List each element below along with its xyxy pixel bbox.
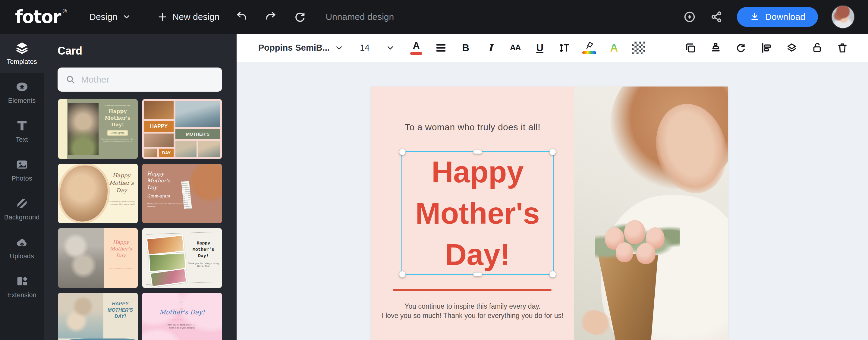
share-button[interactable]: [710, 10, 724, 24]
template-thumbnail-pink[interactable]: DEAR MS. AMANDA SMITH, HAPPY Mother's Da…: [142, 293, 222, 340]
title-line: Happy: [402, 151, 553, 193]
text-toolbar: Poppins SemiB... 14 A B I AA U: [237, 34, 868, 62]
text-t-icon: [15, 119, 29, 133]
template-thumbnail-paper[interactable]: Happy Mother's Day! Thank you for always…: [142, 228, 222, 288]
body-line: I love you so much! Thank you for everyt…: [371, 311, 574, 320]
thumb-badge: Gram-gram: [107, 130, 128, 136]
line-spacing-button[interactable]: [558, 41, 571, 54]
thumb-photo: [68, 103, 98, 155]
thumb-word: MOTHER'S: [176, 129, 220, 139]
share-icon: [710, 10, 724, 24]
sidebar-item-templates[interactable]: Templates: [0, 34, 44, 73]
search-input[interactable]: [81, 74, 214, 85]
sidebar: Templates Elements Text Photos Backgroun…: [0, 34, 44, 340]
preview-eye-icon: [683, 10, 696, 24]
resize-handle-bottom-middle[interactable]: [473, 273, 482, 276]
resize-handle-bottom-left[interactable]: [399, 271, 406, 278]
sidebar-item-uploads[interactable]: Uploads: [0, 228, 44, 267]
checkerboard-icon: [632, 41, 645, 54]
text-align-button[interactable]: [434, 42, 448, 54]
bold-button[interactable]: B: [459, 43, 472, 53]
align-objects-button[interactable]: [760, 41, 773, 54]
sidebar-item-elements[interactable]: Elements: [0, 73, 44, 112]
undo-button[interactable]: [235, 10, 248, 24]
search-box[interactable]: [58, 67, 222, 92]
fotor-logo[interactable]: fotor ®: [15, 7, 67, 27]
plus-icon: [157, 12, 167, 22]
art-text-button[interactable]: A: [607, 41, 621, 54]
resize-handle-top-left[interactable]: [399, 149, 406, 155]
resize-handle-top-middle[interactable]: [473, 150, 482, 154]
diagonal-stripes-icon: [15, 196, 29, 210]
design-card[interactable]: To a woman who truly does it all! Happy …: [371, 87, 728, 340]
thumb-photo: [176, 141, 196, 157]
resize-handle-top-right[interactable]: [550, 149, 556, 155]
text-case-button[interactable]: AA: [508, 44, 522, 52]
duplicate-icon: [684, 41, 697, 54]
card-heading-text[interactable]: To a woman who truly does it all!: [371, 122, 574, 132]
template-thumbnail-teal[interactable]: HAPPY MOTHER'S DAY! Dear Mom: [58, 293, 138, 340]
download-button[interactable]: Download: [737, 7, 818, 27]
card-photo-woman-tulips[interactable]: [574, 87, 728, 340]
format-painter-button[interactable]: [709, 41, 723, 54]
duplicate-button[interactable]: [684, 41, 698, 54]
lock-button[interactable]: [810, 41, 824, 54]
design-menu[interactable]: Design: [89, 12, 130, 22]
thumb-word: DAY: [159, 149, 174, 157]
thumb-photo: [60, 165, 107, 221]
topbar: fotor ® Design New design Unnamed design…: [0, 0, 868, 34]
font-family-select[interactable]: Poppins SemiB...: [258, 43, 344, 53]
sidebar-label: Text: [16, 136, 28, 144]
reload-button[interactable]: [293, 10, 307, 24]
reload-icon: [293, 10, 307, 24]
layer-order-button[interactable]: [785, 41, 799, 54]
art-text-icon: A: [610, 41, 618, 54]
card-body-text[interactable]: You continue to inspire this family ever…: [371, 302, 574, 320]
user-avatar[interactable]: [831, 5, 855, 29]
thumb-title: Happy Mother's Day: [147, 170, 186, 191]
thumb-photo: [144, 101, 174, 119]
new-design-button[interactable]: New design: [157, 12, 220, 22]
layers-order-icon: [785, 41, 798, 54]
redo-button[interactable]: [264, 10, 277, 24]
highlight-color-button[interactable]: [582, 41, 596, 54]
canvas-workspace[interactable]: To a woman who truly does it all! Happy …: [237, 62, 868, 340]
sidebar-item-extension[interactable]: Extension: [0, 267, 44, 306]
thumb-text-zone: Happy Mother's Day You continue to inspi…: [107, 172, 136, 206]
thumb-photo: [146, 235, 184, 255]
thumb-pre-text: to a woman who truly does it all!: [100, 104, 135, 106]
sidebar-item-text[interactable]: Text: [0, 112, 44, 150]
card-divider-line[interactable]: [393, 289, 552, 291]
thumb-photo: [176, 101, 220, 127]
template-thumbnail-peach[interactable]: Happy Mother's Day For A Wonderful Grand…: [58, 228, 138, 288]
font-size-select[interactable]: 14: [360, 43, 395, 53]
rotate-button[interactable]: [734, 41, 748, 54]
sidebar-label: Extension: [7, 291, 36, 299]
transparency-button[interactable]: [632, 41, 646, 54]
trash-icon: [836, 41, 849, 54]
rotate-icon: [735, 41, 747, 54]
highlighter-pen-icon: [584, 41, 595, 50]
sidebar-item-photos[interactable]: Photos: [0, 150, 44, 189]
template-thumbnail-collage[interactable]: HAPPY MOTHER'S DAY: [142, 99, 222, 159]
topbar-divider: [148, 8, 148, 25]
preview-button[interactable]: [683, 10, 696, 24]
template-thumbnail-cream[interactable]: Happy Mother's Day You continue to inspi…: [58, 164, 138, 223]
italic-button[interactable]: I: [484, 43, 497, 53]
template-thumbnail-sage[interactable]: to a woman who truly does it all! Happy …: [58, 99, 138, 159]
font-color-button[interactable]: A: [409, 41, 423, 55]
thumb-photo: [58, 228, 104, 288]
thumb-photo: [144, 149, 157, 157]
unlock-icon: [811, 41, 824, 54]
document-title[interactable]: Unnamed design: [326, 12, 394, 22]
selected-text-box[interactable]: Happy Mother's Day!: [401, 151, 554, 275]
chevron-down-icon: [386, 43, 395, 53]
template-thumbnail-terracotta[interactable]: Happy Mother's Day Gram-gram Thank you f…: [142, 164, 222, 223]
underline-button[interactable]: U: [533, 43, 547, 53]
delete-button[interactable]: [835, 41, 849, 54]
title-line: Mother's: [402, 193, 553, 234]
chevron-down-icon: [122, 13, 131, 21]
sidebar-item-background[interactable]: Background: [0, 189, 44, 228]
resize-handle-bottom-right[interactable]: [550, 271, 556, 278]
body-line: You continue to inspire this family ever…: [371, 302, 574, 311]
